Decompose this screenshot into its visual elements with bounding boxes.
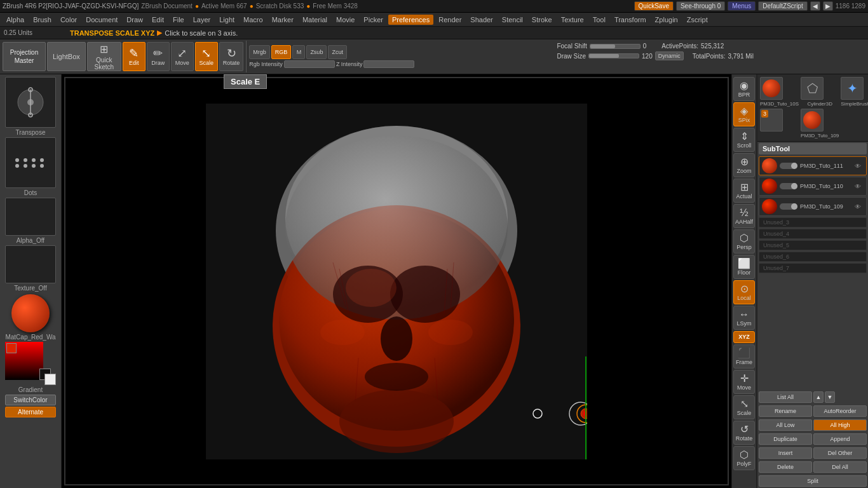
menu-marker[interactable]: Marker <box>268 15 297 25</box>
xyz-button[interactable]: XYZ <box>733 331 755 343</box>
texture-widget[interactable]: Texture_Off <box>1 245 60 292</box>
subtool-toggle-109[interactable] <box>780 203 797 210</box>
list-all-button[interactable]: List All <box>759 391 812 403</box>
auto-reorder-button[interactable]: AutoReorder <box>813 405 867 417</box>
bpr-button[interactable]: ◉ BPR <box>733 77 755 101</box>
list-up-button[interactable]: ▲ <box>813 391 824 403</box>
menu-draw[interactable]: Draw <box>123 15 147 25</box>
dots-icon-box[interactable] <box>5 137 56 188</box>
spix-button[interactable]: ◈ SPix <box>733 102 755 126</box>
menu-layer[interactable]: Layer <box>189 15 215 25</box>
transpose-icon-box[interactable] <box>5 77 56 128</box>
subtool-unused-7[interactable]: Unused_7 <box>759 263 867 273</box>
focal-shift-slider[interactable] <box>590 44 641 49</box>
m-button[interactable]: M <box>292 45 305 59</box>
menu-light[interactable]: Light <box>215 15 238 25</box>
icon-button-2[interactable]: ▶ <box>823 1 833 11</box>
move-button[interactable]: ⤢ Move <box>171 42 194 71</box>
subtool-header[interactable]: SubTool <box>759 143 867 154</box>
matcap-widget[interactable]: MatCap_Red_Wa <box>1 293 60 341</box>
delete-button[interactable]: Delete <box>759 461 812 473</box>
split-button[interactable]: Split <box>759 475 867 487</box>
menu-zscript[interactable]: Zscript <box>683 15 712 25</box>
move-mid-button[interactable]: ✛ Move <box>733 370 755 394</box>
insert-button[interactable]: Insert <box>759 447 812 459</box>
menu-tool[interactable]: Tool <box>589 15 609 25</box>
menus-button[interactable]: Menus <box>728 1 756 11</box>
icon-button-1[interactable]: ◀ <box>810 1 820 11</box>
quick-sketch-button[interactable]: ⊞ Quick Sketch <box>87 42 121 71</box>
zoom-button[interactable]: ⊕ Zoom <box>733 153 755 177</box>
scale-mid-button[interactable]: ⤡ Scale <box>733 395 755 419</box>
dots-widget[interactable]: Dots <box>1 137 60 196</box>
menu-stencil[interactable]: Stencil <box>498 15 527 25</box>
rgb-intensity-slider[interactable] <box>284 60 335 68</box>
switch-color-button[interactable]: SwitchColor <box>5 395 56 405</box>
rotate-button[interactable]: ↻ Rotate <box>219 42 244 71</box>
subtool-panel[interactable]: SubTool PM3D_Tuto_111 👁 PM3D_Tuto_110 👁 <box>757 142 868 390</box>
zsub-button[interactable]: Zsub <box>306 45 327 59</box>
frame-button[interactable]: ⬛ Frame <box>733 344 755 369</box>
draw-size-slider[interactable] <box>588 53 639 58</box>
subtool-item-111[interactable]: PM3D_Tuto_111 👁 <box>759 156 867 175</box>
duplicate-button[interactable]: Duplicate <box>759 433 812 445</box>
alpha-widget[interactable]: Alpha_Off <box>1 198 60 244</box>
list-down-button[interactable]: ▼ <box>825 391 835 403</box>
default-zscript-button[interactable]: DefaultZScript <box>758 1 807 11</box>
canvas-3d[interactable] <box>62 74 731 488</box>
aahalf-button[interactable]: ½ AAHalf <box>733 204 755 228</box>
thumb-pm3d-109[interactable] <box>801 109 824 132</box>
z-intensity-slider[interactable] <box>363 60 414 68</box>
draw-button[interactable]: ✏ Draw <box>147 42 170 71</box>
transpose-widget[interactable]: Transpose <box>1 77 60 136</box>
menu-macro[interactable]: Macro <box>240 15 267 25</box>
menu-alpha[interactable]: Alpha <box>3 15 28 25</box>
menu-shader[interactable]: Shader <box>466 15 496 25</box>
append-button[interactable]: Append <box>813 433 867 445</box>
mrgb-button[interactable]: Mrgb <box>249 45 270 59</box>
quicksave-button[interactable]: QuickSave <box>634 1 674 11</box>
subtool-eye-111[interactable]: 👁 <box>855 163 864 169</box>
menu-stroke[interactable]: Stroke <box>528 15 556 25</box>
subtool-unused-4[interactable]: Unused_4 <box>759 229 867 239</box>
scroll-button[interactable]: ⇕ Scroll <box>733 128 755 152</box>
subtool-eye-109[interactable]: 👁 <box>855 203 864 210</box>
thumb-simplebrush[interactable]: ✦ <box>841 77 864 100</box>
menu-render[interactable]: Render <box>435 15 465 25</box>
color-picker-box[interactable] <box>5 342 56 386</box>
lightbox-button[interactable]: LightBox <box>47 42 86 71</box>
dynamic-button[interactable]: Dynamic <box>655 51 684 60</box>
menu-color[interactable]: Color <box>57 15 81 25</box>
persp-button[interactable]: ⬡ Persp <box>733 229 755 254</box>
rotate-mid-button[interactable]: ↺ Rotate <box>733 421 755 445</box>
del-all-button[interactable]: Del All <box>813 461 867 473</box>
zcut-button[interactable]: Zcut <box>328 45 347 59</box>
subtool-eye-110[interactable]: 👁 <box>855 183 864 189</box>
menu-texture[interactable]: Texture <box>557 15 588 25</box>
del-other-button[interactable]: Del Other <box>813 447 867 459</box>
menu-brush[interactable]: Brush <box>29 15 55 25</box>
local-button[interactable]: ⊙ Local <box>733 280 755 304</box>
menu-preferences[interactable]: Preferences <box>388 15 433 25</box>
thumb-pm3d-tuto105[interactable] <box>760 77 783 100</box>
edit-button[interactable]: ✎ Edit <box>123 42 146 71</box>
subtool-item-110[interactable]: PM3D_Tuto_110 👁 <box>759 177 867 196</box>
menu-file[interactable]: File <box>169 15 188 25</box>
rgb-button[interactable]: RGB <box>271 45 292 59</box>
subtool-unused-5[interactable]: Unused_5 <box>759 240 867 250</box>
matcap-sphere[interactable] <box>11 294 50 332</box>
menu-movie[interactable]: Movie <box>332 15 358 25</box>
floor-button[interactable]: ⬜ Floor <box>733 255 755 279</box>
menu-zplugin[interactable]: Zplugin <box>651 15 682 25</box>
all-high-button[interactable]: All High <box>813 419 867 431</box>
projection-master-button[interactable]: Projection Master <box>3 42 46 71</box>
subtool-toggle-110[interactable] <box>780 183 797 189</box>
color-picker-widget[interactable]: Gradient <box>1 342 60 393</box>
subtool-unused-3[interactable]: Unused_3 <box>759 217 867 227</box>
thumb-3[interactable]: 3 <box>760 109 783 132</box>
menu-edit[interactable]: Edit <box>148 15 168 25</box>
rename-button[interactable]: Rename <box>759 405 812 417</box>
menu-material[interactable]: Material <box>299 15 331 25</box>
menu-picker[interactable]: Picker <box>360 15 387 25</box>
all-low-button[interactable]: All Low <box>759 419 812 431</box>
